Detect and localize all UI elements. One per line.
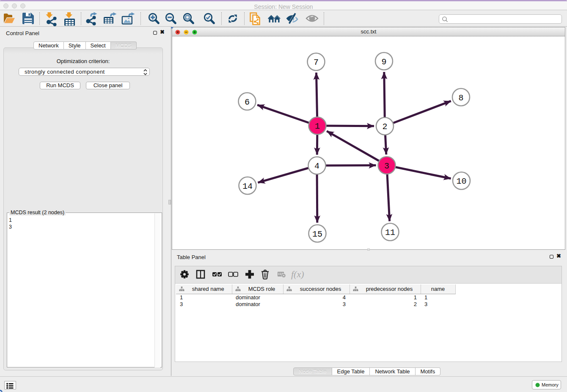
svg-text:2: 2 (382, 122, 387, 132)
svg-text:8: 8 (458, 93, 463, 103)
svg-text:7: 7 (314, 58, 319, 67)
svg-text:11: 11 (385, 228, 395, 237)
svg-text:6: 6 (245, 97, 250, 107)
svg-text:15: 15 (312, 229, 322, 239)
svg-text:1: 1 (315, 121, 320, 131)
svg-text:f(x): f(x) (291, 269, 304, 279)
svg-text:9: 9 (381, 57, 386, 67)
svg-text:3: 3 (384, 161, 389, 171)
svg-text:4: 4 (314, 161, 319, 171)
svg-text:10: 10 (456, 177, 466, 186)
svg-text:14: 14 (242, 182, 253, 191)
